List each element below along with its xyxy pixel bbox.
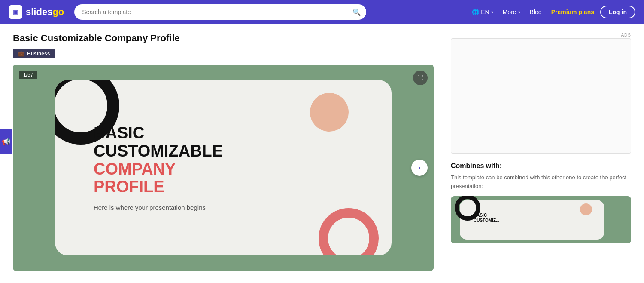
language-selector[interactable]: 🌐 EN ▾: [468, 6, 496, 18]
next-slide-button[interactable]: ›: [411, 160, 428, 176]
ads-label: ADS: [451, 33, 631, 37]
slide-card: BASIC CUSTOMIZABLE COMPANY PROFILE Here …: [55, 80, 392, 255]
slide-subtitle: Here is where your presentation begins: [94, 204, 223, 211]
right-panel: ADS Combines with: This template can be …: [451, 33, 631, 271]
slide-counter: 1/57: [19, 71, 37, 79]
business-tag[interactable]: 💼 Business: [13, 49, 55, 58]
mini-slide-text: BASICCUSTOMIZ...: [474, 213, 499, 223]
more-menu[interactable]: More ▾: [499, 6, 524, 18]
search-icon: 🔍: [352, 8, 361, 16]
more-label: More: [503, 9, 516, 15]
lang-label: EN: [481, 9, 489, 15]
nav-right: 🌐 EN ▾ More ▾ Blog Premium plans Log in: [468, 6, 635, 18]
slide-visual: BASIC CUSTOMIZABLE COMPANY PROFILE Here …: [13, 65, 434, 271]
search-input[interactable]: [74, 4, 366, 20]
slide-title-line1: BASIC: [94, 124, 223, 142]
tag-label: Business: [27, 51, 50, 57]
search-bar: 🔍: [74, 4, 366, 20]
ads-box: [451, 38, 631, 154]
slide-text-area: BASIC CUSTOMIZABLE COMPANY PROFILE Here …: [94, 124, 223, 211]
main-content: Basic Customizable Company Profile 💼 Bus…: [0, 24, 644, 271]
combines-with-description: This template can be combined with this …: [451, 173, 631, 190]
navbar: ▣ slidesgo 🔍 🌐 EN ▾ More ▾ Blog Premium …: [0, 0, 644, 24]
chevron-down-icon: ▾: [518, 10, 520, 15]
premium-link[interactable]: Premium plans: [548, 6, 598, 18]
briefcase-icon: 💼: [18, 51, 24, 57]
left-panel: Basic Customizable Company Profile 💼 Bus…: [13, 33, 440, 271]
mini-peach-circle: [580, 203, 592, 215]
logo-text: slidesgo: [26, 6, 64, 18]
blog-link[interactable]: Blog: [526, 6, 545, 18]
logo-icon: ▣: [9, 5, 22, 19]
mini-slide-preview[interactable]: BASICCUSTOMIZ...: [451, 196, 631, 243]
combines-with-title: Combines with:: [451, 162, 631, 170]
slide-title-red2: PROFILE: [94, 178, 223, 196]
mini-slide-card: BASICCUSTOMIZ...: [460, 200, 604, 240]
peach-circle-decoration: [310, 93, 349, 132]
fullscreen-button[interactable]: ⛶: [413, 71, 428, 85]
chevron-down-icon: ▾: [491, 10, 493, 15]
slide-container: 1/57 ⛶ › BASIC CUSTOMIZABLE COMPANY PROF: [13, 65, 434, 271]
logo[interactable]: ▣ slidesgo: [9, 5, 64, 19]
salmon-ring-decoration: [319, 208, 379, 255]
globe-icon: 🌐: [472, 9, 479, 15]
login-button[interactable]: Log in: [600, 6, 635, 18]
page-title: Basic Customizable Company Profile: [13, 33, 440, 44]
slide-title-line2: CUSTOMIZABLE: [94, 142, 223, 160]
slide-title-red1: COMPANY: [94, 160, 223, 178]
